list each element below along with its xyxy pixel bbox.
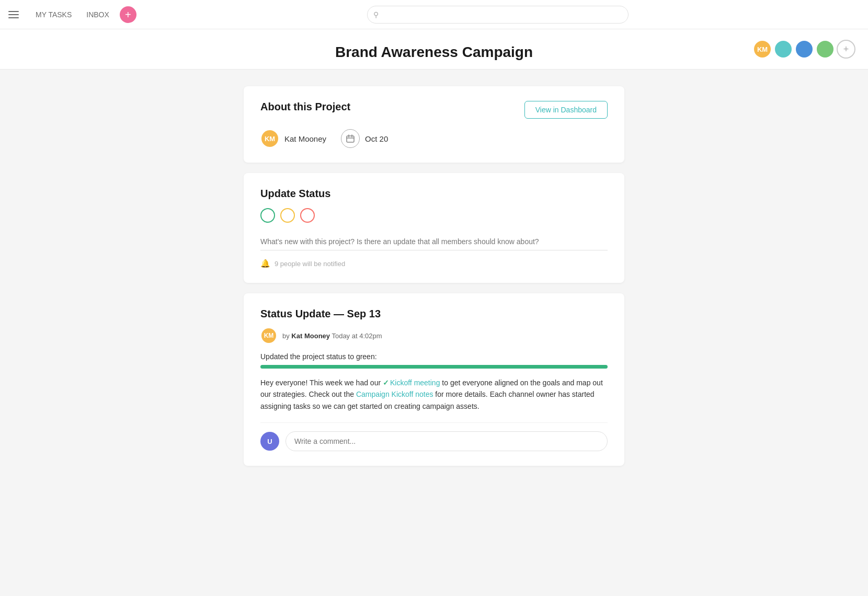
status-change-text: Updated the project status to green: — [260, 352, 608, 361]
comment-input[interactable] — [285, 431, 608, 451]
project-title: Brand Awareness Campaign — [0, 40, 868, 69]
owner-name: Kat Mooney — [284, 134, 326, 143]
author-avatar: KM — [260, 327, 277, 344]
status-update-title: Status Update — Sep 13 — [260, 308, 608, 320]
status-yellow[interactable] — [280, 208, 295, 223]
author-meta: by Kat Mooney Today at 4:02pm — [282, 332, 382, 340]
date-meta: Oct 20 — [341, 129, 388, 148]
avatar-4[interactable] — [816, 40, 835, 59]
update-author-row: KM by Kat Mooney Today at 4:02pm — [260, 327, 608, 344]
project-meta: KM Kat Mooney Oct 20 — [260, 129, 608, 148]
top-nav: MY TASKS INBOX + ⚲ — [0, 0, 868, 29]
project-header: Brand Awareness Campaign KM + — [0, 29, 868, 70]
my-tasks-link[interactable]: MY TASKS — [29, 7, 78, 22]
comment-row: U — [260, 422, 608, 451]
owner-meta: KM Kat Mooney — [260, 129, 326, 148]
avatar-3[interactable] — [795, 40, 814, 59]
status-circles — [260, 208, 608, 223]
status-update-card: Status Update — Sep 13 KM by Kat Mooney … — [244, 293, 624, 466]
hamburger-menu[interactable] — [8, 11, 19, 18]
kickoff-notes-link[interactable]: Campaign Kickoff notes — [356, 390, 433, 398]
about-card-title: About this Project — [260, 101, 350, 113]
update-status-title: Update Status — [260, 188, 608, 200]
update-timestamp: Today at 4:02pm — [332, 332, 382, 340]
search-icon: ⚲ — [373, 10, 379, 19]
green-progress-bar — [260, 365, 608, 369]
search-bar: ⚲ — [367, 6, 629, 24]
avatar-1[interactable]: KM — [753, 40, 772, 59]
status-input[interactable] — [260, 233, 608, 250]
author-prefix: by — [282, 332, 290, 340]
bell-icon: 🔔 — [260, 259, 270, 268]
owner-avatar: KM — [260, 129, 279, 148]
main-content: About this Project View in Dashboard KM … — [235, 70, 633, 493]
inbox-link[interactable]: INBOX — [80, 7, 116, 22]
due-date: Oct 20 — [365, 134, 388, 143]
checkmark-icon: ✓ — [383, 379, 389, 387]
view-dashboard-button[interactable]: View in Dashboard — [524, 101, 608, 119]
body-part1: Hey everyone! This week we had our — [260, 379, 383, 387]
update-body: Hey everyone! This week we had our ✓Kick… — [260, 377, 608, 412]
notify-row: 🔔 9 people will be notified — [260, 259, 608, 268]
nav-links: MY TASKS INBOX — [29, 7, 116, 22]
author-name: Kat Mooney — [291, 332, 330, 340]
notify-text: 9 people will be notified — [275, 260, 345, 268]
calendar-icon — [341, 129, 360, 148]
add-member-button[interactable]: + — [837, 40, 855, 59]
about-card-header: About this Project View in Dashboard — [260, 101, 608, 119]
svg-rect-0 — [347, 136, 354, 142]
status-green[interactable] — [260, 208, 275, 223]
add-button[interactable]: + — [120, 6, 136, 23]
status-red[interactable] — [300, 208, 315, 223]
member-avatars: KM + — [753, 40, 855, 59]
about-project-card: About this Project View in Dashboard KM … — [244, 86, 624, 163]
kickoff-meeting-link[interactable]: Kickoff meeting — [390, 379, 440, 387]
avatar-2[interactable] — [774, 40, 793, 59]
search-input[interactable] — [367, 6, 629, 24]
update-status-card: Update Status 🔔 9 people will be notifie… — [244, 173, 624, 283]
comment-user-avatar: U — [260, 432, 279, 451]
